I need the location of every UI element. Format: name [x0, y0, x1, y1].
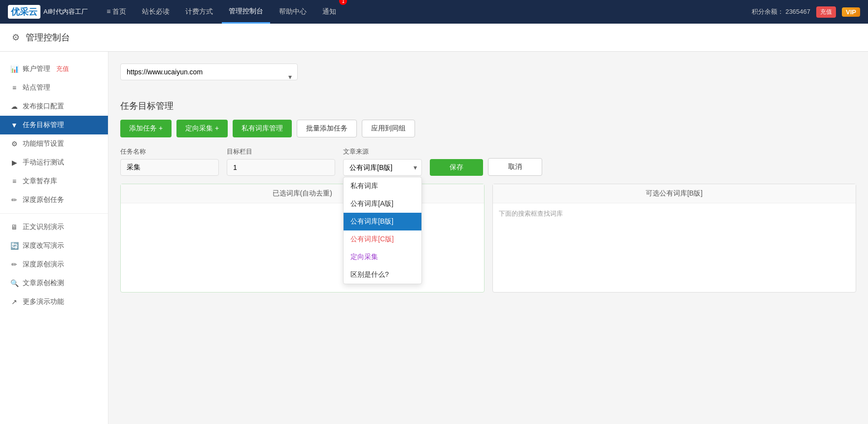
- form-actions: 保存 取消: [430, 158, 542, 176]
- vip-badge: VIP: [842, 7, 860, 17]
- nav-must-read[interactable]: 站长必读: [135, 0, 176, 24]
- option-private[interactable]: 私有词库: [344, 177, 421, 195]
- settings-sidebar-icon: ⚙: [10, 140, 19, 148]
- sidebar-item-site[interactable]: ≡ 站点管理: [0, 78, 108, 97]
- site-selector-wrapper: https://www.ucaiyun.com: [120, 64, 298, 90]
- selected-library-panel: 已选词库(自动去重): [120, 184, 485, 293]
- sidebar-item-demo2[interactable]: 🔄 深度改写演示: [0, 236, 108, 255]
- source-dropdown-menu: 私有词库 公有词库[A版] 公有词库[B版] 公有词库[C版] 定向采集 区别是…: [343, 177, 422, 284]
- page-header: ⚙ 管理控制台: [0, 24, 868, 52]
- option-directed[interactable]: 定向采集: [344, 248, 421, 266]
- test-icon: ▶: [10, 159, 19, 166]
- sidebar-item-demo3[interactable]: ✏ 深度原创演示: [0, 255, 108, 274]
- nav-billing[interactable]: 计费方式: [178, 0, 220, 24]
- nav-dashboard[interactable]: 管理控制台: [222, 0, 270, 24]
- option-public-c[interactable]: 公有词库[C版]: [344, 230, 421, 248]
- task-name-field: 任务名称: [120, 147, 219, 176]
- available-library-header: 可选公有词库[B版]: [493, 184, 856, 203]
- dual-panel: 已选词库(自动去重) 可选公有词库[B版] 下面的搜索框查找词库: [120, 184, 856, 293]
- nav-help[interactable]: 帮助中心: [272, 0, 313, 24]
- recharge-button[interactable]: 充值: [816, 6, 836, 18]
- source-dropdown-wrapper: 公有词库[B版] 私有词库 公有词库[A版] 公有词库[B版] 公有词库[C版]…: [343, 159, 422, 176]
- logo-icon: 优采云: [8, 5, 40, 19]
- sidebar: 📊 账户管理 充值 ≡ 站点管理 ☁ 发布接口配置 ▼ 任务目标管理 ⚙ 功能细…: [0, 52, 108, 424]
- selected-library-header: 已选词库(自动去重): [121, 184, 484, 203]
- action-buttons: 添加任务 + 定向采集 + 私有词库管理 批量添加任务 应用到同组: [120, 120, 856, 137]
- task-name-label: 任务名称: [120, 147, 219, 156]
- apply-group-button[interactable]: 应用到同组: [362, 120, 415, 137]
- demo2-icon: 🔄: [10, 242, 19, 250]
- sidebar-item-settings[interactable]: ⚙ 功能细节设置: [0, 134, 108, 153]
- sidebar-item-demo4[interactable]: 🔍 文章原创检测: [0, 274, 108, 293]
- sidebar-item-account[interactable]: 📊 账户管理 充值: [0, 60, 108, 78]
- nav-home[interactable]: ≡ 首页: [100, 0, 133, 24]
- sidebar-item-demo1[interactable]: 🖥 正文识别演示: [0, 218, 108, 236]
- sidebar-item-publish[interactable]: ☁ 发布接口配置: [0, 97, 108, 116]
- target-column-input[interactable]: [227, 159, 335, 176]
- source-label: 文章来源: [343, 147, 422, 156]
- publish-icon: ☁: [10, 102, 19, 110]
- page-title: 管理控制台: [26, 32, 70, 43]
- notification-badge: 1: [339, 0, 347, 5]
- available-library-hint: 下面的搜索框查找词库: [499, 210, 563, 217]
- top-navigation: 优采云 AI时代内容工厂 ≡ 首页 站长必读 计费方式 管理控制台 帮助中心 通…: [0, 0, 868, 24]
- target-column-field: 目标栏目: [227, 147, 335, 176]
- add-task-button[interactable]: 添加任务 +: [120, 120, 172, 137]
- form-row: 任务名称 目标栏目 文章来源 公有词库[B版] 私有词库 公有词库[A版]: [120, 147, 856, 176]
- source-select[interactable]: 公有词库[B版]: [343, 159, 422, 176]
- cancel-button[interactable]: 取消: [488, 158, 542, 176]
- demo3-icon: ✏: [10, 261, 19, 268]
- demo4-icon: 🔍: [10, 279, 19, 287]
- task-icon: ▼: [10, 121, 19, 129]
- private-lib-button[interactable]: 私有词库管理: [233, 120, 292, 137]
- target-column-label: 目标栏目: [227, 147, 335, 156]
- demo5-icon: ↗: [10, 298, 19, 306]
- batch-add-button[interactable]: 批量添加任务: [297, 120, 357, 137]
- nav-right: 积分余额： 2365467 充值 VIP: [752, 6, 860, 18]
- logo-tagline: AI时代内容工厂: [43, 7, 88, 16]
- option-difference[interactable]: 区别是什么?: [344, 266, 421, 284]
- selected-library-content: [121, 203, 484, 292]
- sidebar-item-test[interactable]: ▶ 手动运行测试: [0, 153, 108, 172]
- available-library-content: 下面的搜索框查找词库: [493, 203, 856, 292]
- directed-collect-button[interactable]: 定向采集 +: [176, 120, 228, 137]
- sidebar-item-draft[interactable]: ≡ 文章暂存库: [0, 172, 108, 191]
- option-public-a[interactable]: 公有词库[A版]: [344, 195, 421, 213]
- nav-notification[interactable]: 通知 1: [315, 0, 343, 24]
- nav-items: ≡ 首页 站长必读 计费方式 管理控制台 帮助中心 通知 1: [100, 0, 751, 24]
- site-url-select[interactable]: https://www.ucaiyun.com: [120, 64, 298, 80]
- source-field: 文章来源 公有词库[B版] 私有词库 公有词库[A版] 公有词库[B版] 公有词…: [343, 147, 422, 176]
- points-info: 积分余额： 2365467: [752, 7, 810, 16]
- option-public-b[interactable]: 公有词库[B版]: [344, 213, 421, 230]
- sidebar-item-demo5[interactable]: ↗ 更多演示功能: [0, 293, 108, 311]
- original-icon: ✏: [10, 196, 19, 204]
- demo1-icon: 🖥: [10, 223, 19, 231]
- account-icon: 📊: [10, 65, 19, 73]
- account-recharge-link[interactable]: 充值: [56, 65, 69, 73]
- site-icon: ≡: [10, 84, 19, 92]
- settings-icon: ⚙: [12, 32, 20, 43]
- sidebar-item-original[interactable]: ✏ 深度原创任务: [0, 191, 108, 209]
- main-content: https://www.ucaiyun.com 任务目标管理 添加任务 + 定向…: [108, 52, 868, 424]
- task-name-input[interactable]: [120, 159, 219, 176]
- available-library-panel: 可选公有词库[B版] 下面的搜索框查找词库: [492, 184, 857, 293]
- section-title: 任务目标管理: [120, 100, 856, 112]
- draft-icon: ≡: [10, 177, 19, 185]
- logo[interactable]: 优采云 AI时代内容工厂: [8, 5, 88, 19]
- save-button[interactable]: 保存: [430, 159, 483, 176]
- sidebar-item-task[interactable]: ▼ 任务目标管理: [0, 116, 108, 134]
- main-layout: 📊 账户管理 充值 ≡ 站点管理 ☁ 发布接口配置 ▼ 任务目标管理 ⚙ 功能细…: [0, 52, 868, 424]
